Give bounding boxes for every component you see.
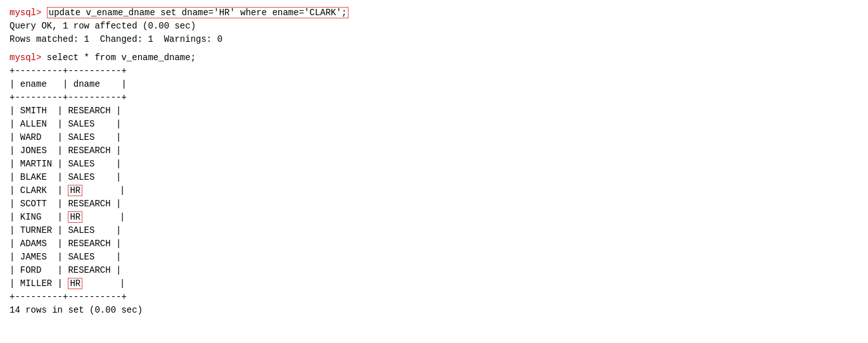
table-row: | JAMES | SALES | [10, 251, 858, 264]
footer: 14 rows in set (0.00 sec) [10, 304, 858, 317]
prompt-1: mysql> [10, 8, 47, 18]
table-row: | SMITH | RESEARCH | [10, 104, 858, 118]
table-top-border: +---------+----------+ [10, 65, 858, 78]
table-row: | ADAMS | RESEARCH | [10, 237, 858, 251]
result-line-1: Query OK, 1 row affected (0.00 sec) [10, 20, 858, 33]
table-row: | TURNER | SALES | [10, 224, 858, 237]
highlighted-dname: HR [68, 185, 82, 196]
table-row: | MILLER | HR | [10, 277, 858, 290]
table-body: | SMITH | RESEARCH || ALLEN | SALES || W… [10, 104, 858, 290]
table-row: | KING | HR | [10, 211, 858, 224]
table-header-border: +---------+----------+ [10, 91, 858, 104]
table-row: | SCOTT | RESEARCH | [10, 197, 858, 211]
command-line-1: mysql> update v_ename_dname set dname='H… [10, 6, 858, 20]
highlighted-dname: HR [68, 278, 82, 289]
highlighted-dname: HR [68, 211, 82, 223]
terminal: mysql> update v_ename_dname set dname='H… [10, 6, 858, 317]
command-line-2: mysql> select * from v_ename_dname; [10, 51, 858, 65]
table-bottom-border: +---------+----------+ [10, 290, 858, 304]
prompt-2: mysql> [10, 53, 47, 63]
table-row: | WARD | SALES | [10, 131, 858, 144]
table-row: | BLAKE | SALES | [10, 171, 858, 184]
table-header: | ename | dname | [10, 78, 858, 91]
table-row: | JONES | RESEARCH | [10, 144, 858, 158]
table-row: | ALLEN | SALES | [10, 118, 858, 131]
result-line-2: Rows matched: 1 Changed: 1 Warnings: 0 [10, 33, 858, 46]
select-command: select * from v_ename_dname; [47, 53, 196, 63]
update-command: update v_ename_dname set dname='HR' wher… [47, 7, 348, 18]
table-row: | MARTIN | SALES | [10, 158, 858, 171]
table-row: | CLARK | HR | [10, 184, 858, 197]
table-row: | FORD | RESEARCH | [10, 264, 858, 277]
